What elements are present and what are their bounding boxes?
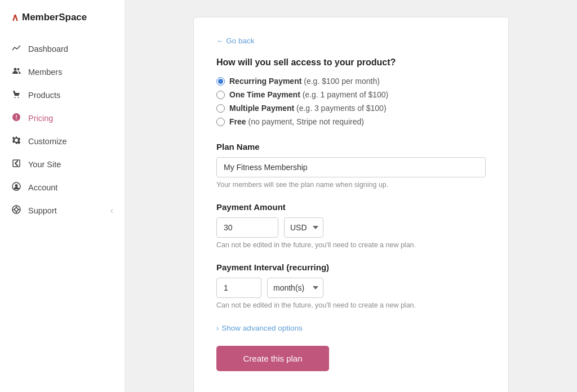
payment-interval-block: Payment Interval (recurring) day(s) week… — [216, 262, 486, 309]
svg-point-1 — [17, 68, 20, 70]
one-time-desc: (e.g. 1 payment of $100) — [303, 90, 389, 99]
members-icon — [11, 66, 21, 77]
currency-select[interactable]: USD EUR GBP CAD AUD — [284, 217, 323, 238]
customize-icon — [11, 136, 21, 146]
sidebar-item-members-label: Members — [28, 68, 62, 77]
payment-amount-label: Payment Amount — [216, 202, 486, 212]
free-desc: (no payment, Stripe not required) — [248, 117, 363, 126]
radio-one-time[interactable]: One Time Payment (e.g. 1 payment of $100… — [216, 90, 486, 99]
free-label: Free — [229, 117, 246, 126]
plan-name-hint: Your members will see the plan name when… — [216, 181, 486, 189]
svg-rect-2 — [13, 160, 20, 167]
payment-amount-input[interactable] — [216, 217, 278, 238]
sidebar-item-account-label: Account — [28, 183, 57, 192]
interval-row: day(s) week(s) month(s) year(s) — [216, 278, 486, 298]
plan-name-label: Plan Name — [216, 142, 486, 152]
sidebar-item-customize-label: Customize — [28, 137, 67, 146]
advanced-options-link[interactable]: › Show advanced options — [216, 324, 303, 332]
interval-input[interactable] — [216, 278, 261, 298]
svg-point-0 — [14, 68, 17, 71]
advanced-options-label: Show advanced options — [221, 324, 302, 332]
pricing-icon — [11, 113, 21, 123]
radio-free[interactable]: Free (no payment, Stripe not required) — [216, 117, 486, 126]
chart-icon — [11, 43, 21, 54]
sidebar-item-support[interactable]: Support ‹ — [0, 199, 125, 222]
products-icon — [11, 90, 21, 100]
payment-amount-hint: Can not be edited in the future, you'll … — [216, 241, 486, 249]
radio-recurring-input[interactable] — [216, 77, 225, 86]
sidebar-item-pricing-label: Pricing — [28, 114, 53, 123]
sidebar-item-products-label: Products — [28, 91, 60, 100]
svg-point-4 — [15, 184, 18, 187]
sidebar-item-account[interactable]: Account — [0, 176, 125, 199]
one-time-label: One Time Payment — [229, 90, 300, 99]
chevron-right-icon: › — [216, 324, 219, 332]
create-plan-card: ← Go back How will you sell access to yo… — [193, 17, 509, 392]
sidebar-item-members[interactable]: Members — [0, 60, 125, 83]
go-back-link[interactable]: ← Go back — [216, 37, 255, 45]
sidebar-nav: Dashboard Members Products — [0, 37, 125, 392]
sidebar-item-your-site[interactable]: Your Site — [0, 153, 125, 176]
payment-interval-label: Payment Interval (recurring) — [216, 262, 486, 272]
support-icon — [11, 205, 21, 216]
svg-point-6 — [15, 208, 18, 211]
multiple-desc: (e.g. 3 payments of $100) — [296, 104, 387, 113]
sidebar-item-dashboard-label: Dashboard — [28, 44, 68, 54]
app-name: MemberSpace — [22, 12, 87, 23]
sidebar-item-your-site-label: Your Site — [28, 160, 61, 169]
radio-free-input[interactable] — [216, 118, 225, 126]
sidebar-item-dashboard[interactable]: Dashboard — [0, 37, 125, 60]
sidebar-item-products[interactable]: Products — [0, 83, 125, 106]
multiple-label: Multiple Payment — [229, 104, 294, 113]
radio-recurring[interactable]: Recurring Payment (e.g. $100 per month) — [216, 77, 486, 86]
radio-multiple-input[interactable] — [216, 104, 225, 113]
logo-icon: ∧ — [11, 11, 19, 24]
account-icon — [11, 182, 21, 193]
sidebar-item-pricing[interactable]: Pricing — [0, 106, 125, 130]
interval-unit-select[interactable]: day(s) week(s) month(s) year(s) — [267, 278, 323, 298]
recurring-desc: (e.g. $100 per month) — [304, 77, 380, 86]
main-content: ← Go back How will you sell access to yo… — [125, 0, 577, 392]
radio-multiple[interactable]: Multiple Payment (e.g. 3 payments of $10… — [216, 104, 486, 113]
plan-name-input[interactable] — [216, 157, 486, 177]
sidebar-collapse-icon[interactable]: ‹ — [110, 206, 113, 216]
payment-amount-block: Payment Amount USD EUR GBP CAD AUD Can n… — [216, 202, 486, 249]
recurring-label: Recurring Payment — [229, 77, 301, 86]
sidebar-item-customize[interactable]: Customize — [0, 130, 125, 153]
sidebar: ∧ MemberSpace Dashboard Members — [0, 0, 125, 392]
radio-one-time-input[interactable] — [216, 91, 225, 99]
payment-interval-hint: Can not be edited in the future, you'll … — [216, 301, 486, 309]
payment-type-group: Recurring Payment (e.g. $100 per month) … — [216, 77, 486, 126]
create-plan-button[interactable]: Create this plan — [216, 346, 329, 371]
amount-row: USD EUR GBP CAD AUD — [216, 217, 486, 238]
sell-question: How will you sell access to your product… — [216, 57, 486, 68]
site-icon — [11, 159, 21, 170]
app-logo: ∧ MemberSpace — [0, 0, 125, 37]
sidebar-item-support-label: Support — [28, 206, 57, 215]
plan-name-block: Plan Name Your members will see the plan… — [216, 142, 486, 189]
